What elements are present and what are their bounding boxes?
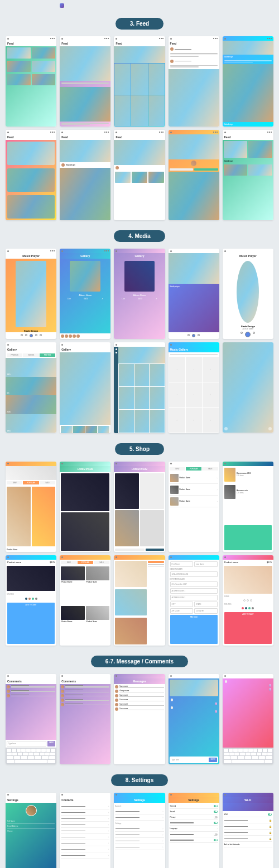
list-item[interactable]: ›: [61, 841, 109, 846]
back-icon[interactable]: [170, 250, 172, 252]
back-icon[interactable]: [61, 463, 63, 464]
back-icon[interactable]: [224, 556, 226, 558]
back-icon[interactable]: [7, 344, 9, 346]
tab-popular[interactable]: POPULAR: [23, 481, 39, 484]
back-icon[interactable]: [7, 38, 9, 40]
play-icon[interactable]: [245, 332, 251, 337]
back-icon[interactable]: [224, 38, 226, 40]
back-icon[interactable]: [116, 250, 117, 252]
city-field[interactable]: CITY: [170, 602, 194, 607]
back-icon[interactable]: [7, 675, 9, 677]
forward-icon[interactable]: [35, 334, 37, 336]
send-button[interactable]: SEND: [209, 758, 217, 762]
prev-icon[interactable]: [240, 332, 243, 334]
add-to-cart-button[interactable]: ADD TO CART: [7, 603, 55, 644]
back-icon[interactable]: [116, 38, 117, 40]
tab-photos[interactable]: PHOTOS: [40, 353, 55, 357]
menu-icon[interactable]: [50, 132, 55, 133]
toggle[interactable]: [214, 839, 218, 841]
toggle[interactable]: [214, 833, 218, 836]
chevron-right-icon[interactable]: ›: [217, 477, 217, 479]
zip-field[interactable]: ZIP CODE: [170, 608, 194, 614]
back-icon[interactable]: [224, 675, 226, 677]
back-icon[interactable]: [170, 132, 172, 133]
buy-button[interactable]: [146, 549, 164, 551]
menu-icon[interactable]: [213, 132, 218, 133]
first-name-field[interactable]: First Name: [170, 561, 194, 567]
message-input[interactable]: Type here: [7, 741, 46, 746]
toggle[interactable]: [214, 822, 218, 824]
menu-icon[interactable]: [213, 38, 218, 39]
back-icon[interactable]: [224, 463, 226, 464]
list-item[interactable]: ›: [61, 853, 109, 859]
back-icon[interactable]: [116, 675, 117, 677]
prev-icon[interactable]: [21, 334, 23, 336]
menu-icon[interactable]: [159, 38, 163, 39]
back-icon[interactable]: [170, 794, 172, 796]
nav-icon[interactable]: [116, 352, 117, 353]
address1-field[interactable]: ADDRESS LINE 1: [170, 588, 218, 594]
tab-videos[interactable]: VIDEOS: [23, 353, 39, 357]
back-icon[interactable]: [61, 250, 63, 252]
list-item[interactable]: ›: [61, 835, 109, 840]
menu-icon[interactable]: [50, 38, 55, 39]
back-icon[interactable]: [7, 132, 9, 133]
back-icon[interactable]: [61, 38, 63, 40]
back-icon[interactable]: [116, 132, 117, 133]
toggle[interactable]: [214, 816, 218, 818]
tab-sale[interactable]: SALE: [40, 481, 55, 484]
back-icon[interactable]: [170, 556, 172, 558]
list-item[interactable]: ›: [115, 832, 163, 838]
toggle[interactable]: [214, 805, 218, 807]
prev-icon[interactable]: [187, 334, 190, 336]
menu-icon[interactable]: [104, 132, 109, 133]
like-button[interactable]: Like: [68, 298, 71, 300]
next-icon[interactable]: [268, 427, 272, 430]
back-icon[interactable]: [7, 250, 9, 252]
keyboard[interactable]: [6, 748, 56, 764]
tab-popular[interactable]: POPULAR: [186, 467, 201, 471]
list-item[interactable]: ›: [61, 804, 109, 809]
pay-button[interactable]: PAY $150: [170, 615, 218, 644]
keyboard[interactable]: [223, 748, 273, 764]
menu-icon[interactable]: [159, 132, 163, 133]
list-item[interactable]: 🔒: [224, 824, 272, 830]
add-to-cart-button[interactable]: ADD TO CART: [224, 612, 272, 644]
list-item[interactable]: ›: [115, 809, 163, 814]
menu-icon[interactable]: [104, 38, 109, 39]
list-item[interactable]: ›: [61, 810, 109, 816]
list-item[interactable]: ›: [115, 815, 163, 821]
back-icon[interactable]: [116, 344, 117, 346]
back-icon[interactable]: [224, 132, 226, 133]
state-field[interactable]: STATE: [194, 602, 218, 607]
tab-friends[interactable]: FRIENDS: [7, 353, 22, 357]
rewind-icon[interactable]: [25, 334, 27, 336]
list-item[interactable]: ›: [61, 816, 109, 822]
list-item[interactable]: ›: [61, 847, 109, 852]
next-icon[interactable]: [198, 334, 200, 336]
list-item[interactable]: ›: [61, 822, 109, 828]
menu-icon[interactable]: [267, 132, 272, 133]
follow-button[interactable]: [170, 168, 194, 171]
back-icon[interactable]: [116, 556, 117, 558]
back-icon[interactable]: [116, 463, 117, 464]
message-input[interactable]: Type here: [171, 758, 208, 762]
back-icon[interactable]: [170, 463, 172, 464]
back-icon[interactable]: [170, 675, 172, 677]
list-item[interactable]: 🔒: [224, 836, 272, 842]
address2-field[interactable]: ADDRESS LINE 2: [170, 595, 218, 600]
nav-icon[interactable]: [116, 348, 117, 350]
toggle[interactable]: [214, 811, 218, 813]
back-icon[interactable]: [116, 794, 117, 796]
play-icon[interactable]: [192, 334, 195, 337]
toggle[interactable]: [268, 813, 272, 816]
tab-sale[interactable]: SALE: [202, 467, 218, 471]
menu-icon[interactable]: [104, 250, 109, 251]
send-button[interactable]: SEND: [47, 741, 55, 746]
back-icon[interactable]: [61, 794, 63, 796]
list-item[interactable]: ›: [115, 826, 163, 832]
card-number-field[interactable]: 1234-5678-9012-3456: [170, 571, 218, 577]
tab-new[interactable]: NEW: [7, 481, 22, 484]
avatar[interactable]: [26, 805, 37, 816]
expiration-field[interactable]: 23 - November 2017: [170, 581, 218, 587]
